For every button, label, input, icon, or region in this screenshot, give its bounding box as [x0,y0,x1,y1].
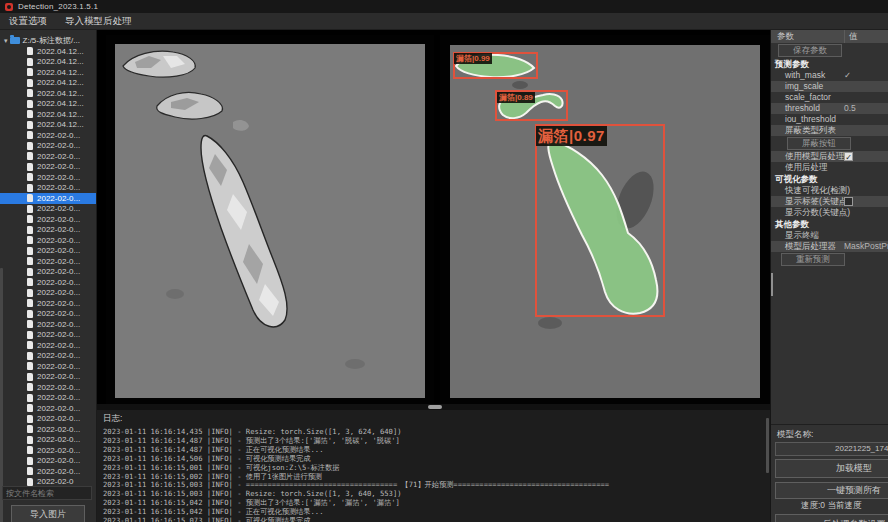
filename-search-input[interactable] [2,486,92,500]
param-row[interactable]: threshold 0.5 [771,103,888,114]
param-row[interactable]: 保存参数 [771,43,888,58]
prediction-image: 漏箔|0.99 漏箔|0.89 漏箔|0.97 [450,45,760,398]
tree-file-item[interactable]: 2022-02-0... [0,372,96,383]
tree-file-item[interactable]: 2022.04.12... [0,78,96,89]
model-name-field[interactable]: 20221225_174813 [775,442,888,456]
menu-item[interactable]: 设置选项 [9,15,47,28]
tree-file-item[interactable]: 2022.04.12... [0,99,96,110]
tree-file-item[interactable]: 2022-02-0... [0,172,96,183]
tree-file-item[interactable]: 2022.04.12... [0,57,96,68]
tree-file-item[interactable]: 2022-02-0... [0,319,96,330]
file-name: 2022-02-0... [37,257,80,266]
tree-file-item[interactable]: 2022-02-0... [0,256,96,267]
param-label: with_mask [785,70,825,80]
param-row[interactable]: scale_factor [771,92,888,103]
file-icon [27,320,33,328]
file-name: 2022.04.12... [37,89,84,98]
panel-scrollbar[interactable] [771,273,773,296]
file-name: 2022-02-0... [37,404,80,413]
tree-file-item[interactable]: 2022-02-0... [0,298,96,309]
tree-file-item[interactable]: 2022-02-0... [0,141,96,152]
param-row[interactable]: 显示终端 [771,230,888,241]
tree-file-item[interactable]: 2022-02-0... [0,403,96,414]
original-image-viewer[interactable] [106,35,434,404]
tree-file-item[interactable]: 2022-02-0... [0,382,96,393]
file-icon [27,236,33,244]
tree-file-item[interactable]: 2022-02-0... [0,235,96,246]
param-row[interactable]: 模型后处理器 MaskPostPro [771,241,888,252]
param-row[interactable]: 预测参数 [771,58,888,70]
prediction-image-viewer[interactable]: 漏箔|0.99 漏箔|0.89 漏箔|0.97 [440,35,770,404]
tree-file-item[interactable]: 2022-02-0... [0,288,96,299]
param-row[interactable]: 其他参数 [771,218,888,230]
caret-down-icon[interactable]: ▾ [4,37,8,45]
tree-file-item[interactable]: 2022-02-0... [0,246,96,257]
tree-file-item[interactable]: 2022-02-0... [0,414,96,425]
tree-file-item[interactable]: 2022-02-0... [0,162,96,173]
tree-file-item[interactable]: 2022-02-0... [0,214,96,225]
param-header-name: 参数 [777,30,794,43]
param-label: 使用模型后处理 [785,151,845,161]
tree-file-item[interactable]: 2022-02-0... [0,456,96,467]
param-row[interactable]: 使用模型后处理 ✓ [771,151,888,162]
log-scrollbar[interactable] [766,418,769,473]
file-icon [27,299,33,307]
tree-file-item[interactable]: 2022-02-0... [0,393,96,404]
splitter-handle-icon[interactable] [428,405,442,409]
tree-file-item[interactable]: 2022.04.12... [0,46,96,57]
param-row[interactable]: iou_threshold [771,114,888,125]
tree-scrollbar[interactable] [0,268,3,522]
predict-all-button[interactable]: 一键预测所有 [775,482,888,499]
tree-file-item[interactable]: 2022-02-0... [0,193,96,204]
param-checkbox[interactable] [844,197,853,206]
param-row[interactable]: 屏蔽类型列表 [771,125,888,136]
file-icon [27,268,33,276]
log-panel[interactable]: 日志: 2023-01-11 16:16:14,435 |INFO| - Res… [97,410,770,522]
postprocess-settings-button[interactable]: 后处理参数设置 [775,514,888,522]
tree-file-item[interactable]: 2022-02-0... [0,351,96,362]
tree-file-item[interactable]: 2022-02-0... [0,309,96,320]
tree-file-item[interactable]: 2022-02-0... [0,130,96,141]
model-name-label: 模型名称: [777,429,813,441]
param-row[interactable]: 显示标签(关键点) [771,196,888,207]
file-name: 2022-02-0... [37,131,80,140]
tree-file-item[interactable]: 2022-02-0... [0,445,96,456]
param-row[interactable]: img_scale [771,81,888,92]
param-row[interactable]: 使用后处理 [771,162,888,173]
file-icon [27,478,33,486]
param-row[interactable]: 快速可视化(检测) [771,185,888,196]
tree-file-item[interactable]: 2022-02-0... [0,183,96,194]
tree-file-item[interactable]: 2022.04.12... [0,120,96,131]
tree-file-item[interactable]: 2022-02-0... [0,466,96,477]
file-icon [27,278,33,286]
tree-file-item[interactable]: 2022-02-0... [0,361,96,372]
menu-item[interactable]: 导入模型后处理 [65,15,132,28]
tree-file-item[interactable]: 2022-02-0... [0,424,96,435]
param-row[interactable]: with_mask ✓ [771,70,888,81]
tree-file-item[interactable]: 2022-02-0... [0,340,96,351]
param-row[interactable]: 可视化参数 [771,173,888,185]
tree-file-item[interactable]: 2022.04.12... [0,109,96,120]
import-image-button[interactable]: 导入图片 [11,505,85,522]
tree-file-item[interactable]: 2022-02-0... [0,435,96,446]
tree-file-item[interactable]: 2022.04.12... [0,67,96,78]
tree-file-item[interactable]: 2022-02-0... [0,225,96,236]
file-name: 2022-02-0... [37,425,80,434]
param-label: 预测参数 [775,59,809,69]
tree-file-item[interactable]: 2022-02-0... [0,277,96,288]
file-name: 2022.04.12... [37,110,84,119]
param-row[interactable]: 重新预测 [771,252,888,267]
file-name: 2022-02-0... [37,152,80,161]
tree-file-item[interactable]: 2022-02-0... [0,330,96,341]
param-row[interactable]: 屏蔽按钮 [771,136,888,151]
tree-root-folder[interactable]: ▾ Z:/5-标注数据/... [4,35,80,46]
tree-file-item[interactable]: 2022.04.12... [0,88,96,99]
param-checkbox[interactable]: ✓ [844,152,853,161]
tree-file-item[interactable]: 2022-02-0... [0,151,96,162]
tree-file-item[interactable]: 2022-02-0... [0,204,96,215]
load-model-button[interactable]: 加载模型 [775,459,888,478]
param-row[interactable]: 显示分数(关键点) [771,207,888,218]
folder-icon [10,37,20,44]
file-name: 2022-02-0... [37,435,80,444]
tree-file-item[interactable]: 2022-02-0... [0,267,96,278]
